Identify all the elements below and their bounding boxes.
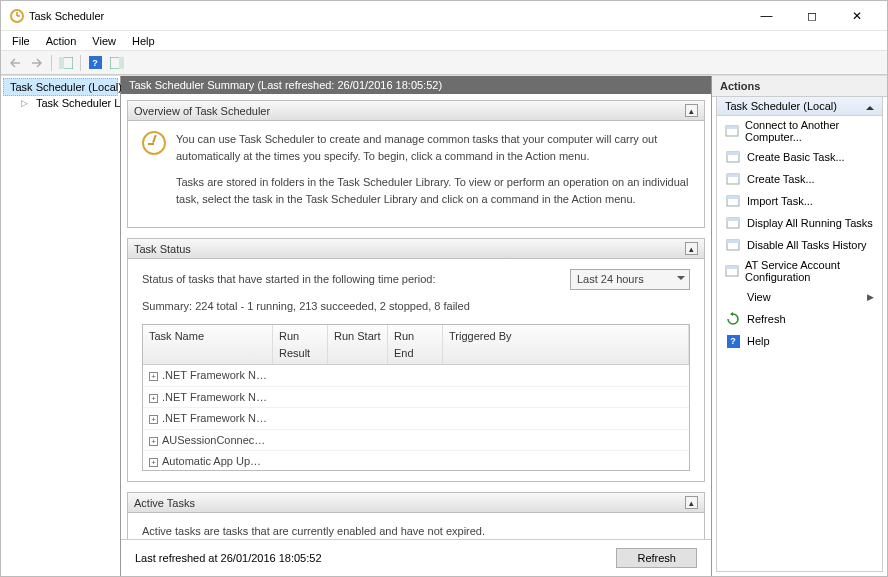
action-create-basic-task-[interactable]: Create Basic Task... — [717, 146, 882, 168]
col-triggered-by[interactable]: Triggered By — [443, 325, 689, 364]
collapse-status[interactable]: ▴ — [685, 242, 698, 255]
collapse-overview[interactable]: ▴ — [685, 104, 698, 117]
app-icon — [9, 8, 25, 24]
action-label: Help — [747, 335, 770, 347]
back-button — [5, 53, 25, 73]
center-pane: Task Scheduler Summary (Last refreshed: … — [121, 76, 712, 576]
action-connect-to-another-computer-[interactable]: Connect to Another Computer... — [717, 116, 882, 146]
status-rows[interactable]: +.NET Framework NGEN v4.0.303...+.NET Fr… — [143, 365, 689, 470]
table-row[interactable]: +Automatic App Update (last ru... — [143, 451, 689, 470]
config-icon — [725, 263, 739, 279]
link-icon — [725, 123, 739, 139]
col-run-result[interactable]: Run Result — [273, 325, 328, 364]
toolbar: ? — [1, 51, 887, 75]
expand-icon[interactable]: ▷ — [21, 98, 28, 108]
action-label: Refresh — [747, 313, 786, 325]
show-hide-action-button[interactable] — [107, 53, 127, 73]
expand-icon[interactable]: + — [149, 458, 158, 467]
expand-icon[interactable]: + — [149, 372, 158, 381]
table-row[interactable]: +.NET Framework NGEN v4.0.303... — [143, 365, 689, 387]
action-display-all-running-tasks[interactable]: Display All Running Tasks — [717, 212, 882, 234]
expand-icon[interactable]: + — [149, 437, 158, 446]
expand-icon[interactable]: + — [149, 394, 158, 403]
clock-icon — [142, 131, 166, 155]
table-row[interactable]: +.NET Framework NGEN v4.0.303... — [143, 408, 689, 430]
actions-title: Actions — [712, 76, 887, 97]
titlebar: Task Scheduler — ◻ ✕ — [1, 1, 887, 31]
last-refreshed: Last refreshed at 26/01/2016 18:05:52 — [135, 552, 322, 564]
window-title: Task Scheduler — [25, 10, 744, 22]
period-dropdown[interactable]: Last 24 hours — [570, 269, 690, 290]
menu-action[interactable]: Action — [39, 33, 84, 49]
tree-root[interactable]: Task Scheduler (Local) — [3, 78, 118, 96]
close-button[interactable]: ✕ — [834, 1, 879, 30]
tree-library[interactable]: ▷ Task Scheduler Library — [19, 96, 118, 110]
action-label: Create Basic Task... — [747, 151, 845, 163]
action-label: Import Task... — [747, 195, 813, 207]
task-icon — [725, 171, 741, 187]
action-label: View — [747, 291, 771, 303]
expand-icon[interactable]: + — [149, 415, 158, 424]
actions-pane: Actions Task Scheduler (Local) Connect t… — [712, 76, 887, 576]
overview-panel: Overview of Task Scheduler ▴ You can use… — [127, 100, 705, 228]
history-icon — [725, 237, 741, 253]
table-row[interactable]: +AUSessionConnect (last run fail... — [143, 430, 689, 452]
svg-rect-4 — [59, 57, 64, 69]
help-icon: ? — [725, 333, 741, 349]
action-label: AT Service Account Configuration — [745, 259, 874, 283]
svg-rect-17 — [727, 174, 739, 177]
overview-p1: You can use Task Scheduler to create and… — [176, 131, 690, 164]
action-label: Disable All Tasks History — [747, 239, 867, 251]
summary-header: Task Scheduler Summary (Last refreshed: … — [121, 76, 711, 94]
status-title: Task Status — [134, 243, 191, 255]
action-import-task-[interactable]: Import Task... — [717, 190, 882, 212]
action-help[interactable]: ?Help — [717, 330, 882, 352]
tree-root-label: Task Scheduler (Local) — [10, 81, 122, 93]
help-button[interactable]: ? — [85, 53, 105, 73]
menubar: File Action View Help — [1, 31, 887, 51]
main-scroll[interactable]: Overview of Task Scheduler ▴ You can use… — [121, 94, 711, 539]
run-icon — [725, 215, 741, 231]
svg-rect-13 — [726, 126, 738, 129]
caret-up-icon — [866, 102, 874, 110]
svg-rect-25 — [726, 266, 738, 269]
refresh-button[interactable]: Refresh — [616, 548, 697, 568]
wizard-icon — [725, 149, 741, 165]
maximize-button[interactable]: ◻ — [789, 1, 834, 30]
forward-button — [27, 53, 47, 73]
menu-help[interactable]: Help — [125, 33, 162, 49]
svg-rect-6 — [119, 57, 124, 69]
svg-rect-19 — [727, 196, 739, 199]
status-grid: Task Name Run Result Run Start Run End T… — [142, 324, 690, 471]
actions-section[interactable]: Task Scheduler (Local) — [717, 97, 882, 116]
action-create-task-[interactable]: Create Task... — [717, 168, 882, 190]
action-at-service-account-configuration[interactable]: AT Service Account Configuration — [717, 256, 882, 286]
separator — [51, 55, 52, 71]
import-icon — [725, 193, 741, 209]
svg-rect-21 — [727, 218, 739, 221]
action-label: Connect to Another Computer... — [745, 119, 874, 143]
col-task-name[interactable]: Task Name — [143, 325, 273, 364]
collapse-active[interactable]: ▴ — [685, 496, 698, 509]
footer: Last refreshed at 26/01/2016 18:05:52 Re… — [121, 539, 711, 576]
view-icon — [725, 289, 741, 305]
status-line: Status of tasks that have started in the… — [142, 271, 436, 288]
action-disable-all-tasks-history[interactable]: Disable All Tasks History — [717, 234, 882, 256]
menu-view[interactable]: View — [85, 33, 123, 49]
active-title: Active Tasks — [134, 497, 195, 509]
action-view[interactable]: View▶ — [717, 286, 882, 308]
svg-rect-15 — [727, 152, 739, 155]
action-refresh[interactable]: Refresh — [717, 308, 882, 330]
svg-rect-23 — [727, 240, 739, 243]
minimize-button[interactable]: — — [744, 1, 789, 30]
tree-pane: Task Scheduler (Local) ▷ Task Scheduler … — [1, 76, 121, 576]
menu-file[interactable]: File — [5, 33, 37, 49]
overview-p2: Tasks are stored in folders in the Task … — [176, 174, 690, 207]
overview-title: Overview of Task Scheduler — [134, 105, 270, 117]
status-panel: Task Status ▴ Status of tasks that have … — [127, 238, 705, 482]
action-label: Display All Running Tasks — [747, 217, 873, 229]
col-run-start[interactable]: Run Start — [328, 325, 388, 364]
col-run-end[interactable]: Run End — [388, 325, 443, 364]
table-row[interactable]: +.NET Framework NGEN v4.0.303... — [143, 387, 689, 409]
show-hide-tree-button[interactable] — [56, 53, 76, 73]
